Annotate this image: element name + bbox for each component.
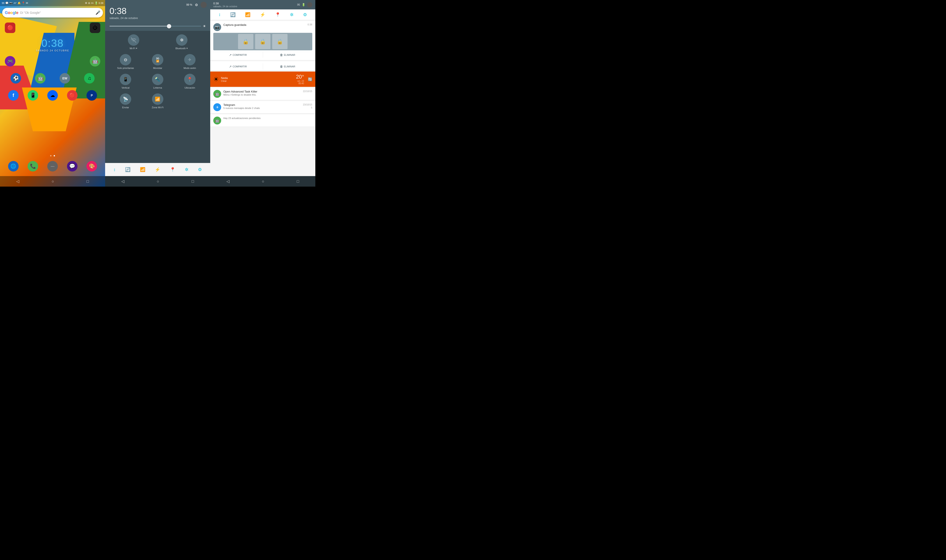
dock-photos[interactable]: 🎨 xyxy=(85,158,98,174)
notif-taskKiller-subtitle: Menu->Settings to disable this. xyxy=(223,94,301,96)
app-soccer[interactable]: ⚽ xyxy=(9,71,22,86)
qs-tile-rotate[interactable]: 📱 Vertical xyxy=(112,74,139,89)
notif-toggle-location[interactable]: 📍 xyxy=(275,12,281,17)
app-spotify[interactable]: ♫ xyxy=(83,71,96,86)
notif-actions2: ↗ COMPARTIR 🗑 ELIMINAR xyxy=(213,63,312,69)
user-avatar[interactable] xyxy=(201,2,207,8)
qs-tile-row-4: 📡 Enviar 📶 Zona Wi-Fi xyxy=(110,94,206,109)
app-android2[interactable]: 🤖 xyxy=(34,71,47,86)
bottom-wifi-icon[interactable]: 📶 xyxy=(140,167,145,172)
notif-updates-avatar: 🤖 xyxy=(213,117,221,125)
app-game[interactable]: 🎮 xyxy=(3,54,17,69)
bottom-bluetooth-icon[interactable]: ✲ xyxy=(185,167,188,172)
notif-recent-button[interactable]: □ xyxy=(297,179,299,184)
spotify-icon: ♫ xyxy=(84,73,95,83)
app-grid: 🔴 ⏻ 0:38 SÁBADO 24 OCTUBRE 🎮 🤖 ⚽ xyxy=(0,19,105,106)
notif-back-button[interactable]: ◁ xyxy=(227,179,230,184)
app-ew[interactable]: EW xyxy=(58,71,71,86)
bottom-data-icon[interactable]: ↕ xyxy=(113,167,116,172)
location-tile-label: Ubicación xyxy=(184,86,195,89)
mic-icon[interactable]: 🎤 xyxy=(96,10,100,15)
notif-card-telegram: ✈ Telegram 5 nuevos mensajes desde 2 cha… xyxy=(210,101,315,114)
app-pocket[interactable]: 🔴 xyxy=(3,20,17,35)
back-button[interactable]: ◁ xyxy=(16,179,19,184)
app-whatsapp[interactable]: 📱 xyxy=(26,88,39,103)
app-row-2: 🎮 🤖 xyxy=(3,54,102,69)
qs-tile-location[interactable]: 📍 Ubicación xyxy=(177,74,203,89)
brightness-slider[interactable] xyxy=(110,26,201,26)
app-android[interactable]: 🤖 xyxy=(88,54,102,69)
captura-delete-button[interactable]: 🗑 ELIMINAR xyxy=(263,52,312,58)
qs-tile-bluetooth[interactable]: ✲ Bluetooth ▼ xyxy=(168,34,195,50)
notif-taskKiller-avatar: 🤖 xyxy=(213,90,221,98)
notif-updates-subtitle: Hay 23 actualizaciones pendientes xyxy=(223,117,312,120)
notif-toggles: ↕ 🔄 📶 ⚡ 📍 ✲ ⚙ xyxy=(210,9,315,20)
notif-header: 0:38 sábado, 24 de octubre 3G 🔋 xyxy=(210,0,315,9)
qs-nav-bar: ◁ ○ □ xyxy=(105,176,210,186)
app-atletico[interactable]: 🔴 xyxy=(66,88,79,103)
bottom-flash-icon[interactable]: ⚡ xyxy=(155,167,160,172)
app-power[interactable]: ⏻ xyxy=(88,20,102,35)
ew-icon: EW xyxy=(60,73,70,83)
notif-home-button[interactable]: ○ xyxy=(262,179,264,184)
notif-updates-header: 🤖 Hay 23 actualizaciones pendientes xyxy=(213,117,312,125)
notif-header-time-area: 0:38 sábado, 24 de octubre xyxy=(213,2,237,8)
notif-toggle-settings[interactable]: ⚙ xyxy=(303,12,307,17)
bluetooth-status-icon: ✲ xyxy=(85,2,87,5)
qs-tile-hotspot[interactable]: 📶 Zona Wi-Fi xyxy=(145,94,171,109)
qs-recent-button[interactable]: □ xyxy=(191,179,194,184)
chrome-icon: 🌐 xyxy=(8,161,19,171)
home-button[interactable]: ○ xyxy=(52,179,54,184)
share2-icon: ↗ xyxy=(229,65,231,68)
qs-home-button[interactable]: ○ xyxy=(157,179,159,184)
qs-back-button[interactable]: ◁ xyxy=(121,179,124,184)
notif-battery-icon: 🔋 xyxy=(302,3,305,6)
delete2-button[interactable]: 🗑 ELIMINAR xyxy=(263,63,312,69)
app-facebook[interactable]: f xyxy=(7,88,20,103)
qs-tile-wifi[interactable]: Wi-Fi ▼ xyxy=(120,34,147,50)
captura-share-button[interactable]: ↗ COMPARTIR xyxy=(213,52,263,58)
weather-city: Neda xyxy=(221,76,294,80)
brightness-thumb[interactable] xyxy=(167,24,171,28)
app-paypal[interactable]: P xyxy=(85,88,98,103)
qs-tile-cast[interactable]: 📡 Enviar xyxy=(112,94,139,109)
qs-tile-movistar[interactable]: 3G📶 Movistar xyxy=(145,54,171,69)
bottom-sync-icon[interactable]: 🔄 xyxy=(125,167,131,172)
phone-icon: 📞 xyxy=(28,161,38,171)
weather-refresh-icon[interactable]: 🔄 xyxy=(308,77,312,82)
app-dropbox[interactable]: ☁ xyxy=(46,88,59,103)
qs-tile-priority[interactable]: ⊖ Solo prioritarias xyxy=(112,54,139,69)
pocket-icon: 🔴 xyxy=(5,23,15,33)
game-icon: 🎮 xyxy=(5,56,15,66)
bottom-settings-icon[interactable]: ⚙ xyxy=(198,167,202,172)
bottom-location-icon[interactable]: 📍 xyxy=(170,167,175,172)
dock-chrome[interactable]: 🌐 xyxy=(7,158,20,174)
clock-date-display: SÁBADO 24 OCTUBRE xyxy=(3,49,102,52)
notif-telegram-content: Telegram 5 nuevos mensajes desde 2 chats xyxy=(223,103,301,109)
notif-toggle-bluetooth[interactable]: ✲ xyxy=(290,12,294,17)
qs-tile-flashlight[interactable]: 🔦 Linterna xyxy=(145,74,171,89)
notif-user-avatar[interactable] xyxy=(307,2,312,8)
priority-tile-label: Solo prioritarias xyxy=(117,67,134,69)
notif-telegram-count: 5 xyxy=(311,106,312,109)
dock-phone[interactable]: 📞 xyxy=(26,158,39,174)
notif-toggle-wifi[interactable]: 📶 xyxy=(245,12,250,17)
share2-button[interactable]: ↗ COMPARTIR xyxy=(213,63,263,69)
qs-tile-airplane[interactable]: ✈ Modo avión xyxy=(177,54,203,69)
notif-toggle-sync[interactable]: 🔄 xyxy=(230,12,236,17)
dock-apps[interactable]: ⋯ xyxy=(46,158,59,174)
clock-widget[interactable]: 0:38 SÁBADO 24 OCTUBRE xyxy=(3,37,102,52)
delete-label: ELIMINAR xyxy=(284,54,295,56)
notif-telegram-right: 23/10/15 5 xyxy=(303,103,312,109)
battery-percentage: 99 % xyxy=(186,3,192,6)
app-row-3: ⚽ 🤖 EW ♫ xyxy=(3,71,102,86)
hotspot-tile-label: Zona Wi-Fi xyxy=(152,106,164,109)
google-search-bar[interactable]: Google Di "Ok Google" 🎤 xyxy=(2,8,103,17)
notif-toggle-data[interactable]: ↕ xyxy=(219,12,221,17)
dock-hangouts[interactable]: 💬 xyxy=(66,158,79,174)
recent-button[interactable]: □ xyxy=(86,179,89,184)
notif-toggle-flash[interactable]: ⚡ xyxy=(260,12,265,17)
qs-settings-icon[interactable]: ⚙ xyxy=(195,3,198,7)
page-dot-1 xyxy=(50,155,51,156)
home-screen: 99 💬 📷 20° 🔔 📍 ✉ ✲ ⊖ 3G 🔋 0:38 Google Di… xyxy=(0,0,105,186)
